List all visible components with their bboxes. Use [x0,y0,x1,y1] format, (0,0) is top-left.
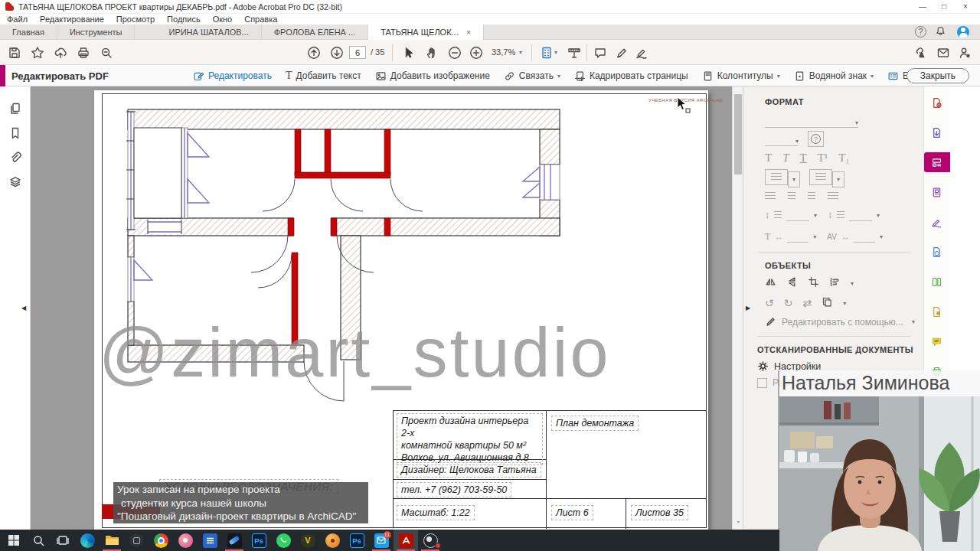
underline-icon[interactable]: T [800,152,807,165]
watermark-button[interactable]: Водяной знак▾ [794,70,874,82]
bullet-list-dropdown[interactable]: ▾ [765,169,800,187]
edge-icon[interactable] [75,530,100,551]
collapse-left-panel-icon[interactable]: ◀ [21,305,26,311]
photoshop-2-icon[interactable]: Ps [345,530,369,551]
previous-page-icon[interactable] [305,44,323,61]
kerning-dropdown[interactable] [854,230,875,243]
zoom-caret-icon[interactable]: ▾ [519,49,522,56]
combine-files-icon[interactable] [924,182,950,202]
line-spacing-dropdown[interactable] [786,209,809,221]
close-button[interactable]: × [956,1,975,12]
notifications-bell-icon[interactable] [935,25,946,38]
sheets-total[interactable]: Листов 35 [631,505,688,520]
tab-doc-frolova[interactable]: ФРОЛОВА ЕЛЕНА ... [262,24,368,40]
minimize-button[interactable]: — [913,1,933,12]
font-color-picker[interactable]: ? [808,131,824,147]
mail-app-icon[interactable]: 11 [369,530,394,551]
scroll-down-icon[interactable]: ⌄ [736,517,741,524]
comment-tool-icon[interactable] [591,44,609,61]
attachments-icon[interactable] [6,149,24,166]
edit-with-row[interactable]: Редактировать с помощью... ▾ [765,316,915,328]
share-link-icon[interactable] [910,44,928,61]
whatsapp-icon[interactable] [271,530,296,551]
menu-edit[interactable]: Редактирование [40,15,104,24]
compress-pdf-icon[interactable] [924,302,950,321]
project-line-2[interactable]: комнатной квартиры 50 м² [401,439,538,452]
convert-pdf-icon[interactable] [924,242,950,262]
page-number-input[interactable]: 6 [349,46,366,59]
next-page-icon[interactable] [328,44,346,61]
obs-icon[interactable] [418,530,443,551]
help-icon[interactable]: ? [915,26,926,37]
bold-icon[interactable]: T [765,152,772,165]
email-icon[interactable] [934,44,952,61]
page-thumbnails-icon[interactable] [6,100,24,117]
designer-name[interactable]: Дизайнер: Щелокова Татьяна [397,462,541,478]
align-center-icon[interactable] [788,192,795,201]
font-family-dropdown[interactable]: ▾ [765,116,858,128]
app-orange-icon[interactable] [320,530,345,551]
sign-tool-icon[interactable] [632,44,651,61]
app-pink-icon[interactable] [173,530,198,551]
designer-phone[interactable]: тел. +7 (962) 703-59-50 [397,482,511,497]
italic-icon[interactable]: T [782,152,789,165]
close-edit-button[interactable]: Закрыть [906,68,969,83]
save-icon[interactable] [5,44,24,61]
tab-doc-irina[interactable]: ИРИНА ШАТАЛОВ... [156,24,261,40]
share-cloud-icon[interactable] [51,44,70,61]
maximize-button[interactable]: □ [934,1,954,12]
app-blue-tiles-icon[interactable] [198,530,222,551]
comment-panel-icon[interactable] [924,331,950,351]
flip-vertical-icon[interactable] [786,276,798,291]
align-left-icon[interactable] [765,192,776,201]
bookmarks-icon[interactable] [6,125,24,142]
flip-horizontal-icon[interactable] [765,276,776,291]
paragraph-spacing-dropdown[interactable] [849,209,872,221]
link-button[interactable]: Связать▾ [504,70,560,82]
vertical-scrollbar[interactable]: ⌄ [732,86,743,530]
edit-tool-button[interactable]: Редактировать [193,70,272,82]
rotate-ccw-icon[interactable]: ↺ [765,297,774,309]
plan-name[interactable]: План демонтажа [551,416,639,431]
char-width-dropdown[interactable] [787,230,808,243]
align-justify-icon[interactable] [828,192,838,201]
menu-sign[interactable]: Подпись [167,15,201,24]
start-button[interactable] [2,530,26,551]
ruler-tool-icon[interactable] [565,44,583,61]
subscript-icon[interactable]: T₁ [838,152,849,165]
zoom-in-icon[interactable] [467,44,485,61]
align-objects-icon[interactable] [829,276,841,291]
search-icon[interactable] [97,44,116,61]
document-area[interactable]: @zimart_studio УЧЕБНАЯ ВЕРСИЯ ARCHICAD П… [31,86,763,530]
header-footer-button[interactable]: Колонтитулы▾ [702,70,780,82]
fill-sign-icon[interactable] [924,212,950,232]
numbered-list-dropdown[interactable]: ▾ [809,169,844,187]
export-pdf-icon[interactable] [924,122,950,142]
archicad-icon[interactable] [124,530,149,551]
sheet-number[interactable]: Лист 6 [551,505,593,520]
menu-view[interactable]: Просмотр [116,15,155,24]
select-tool-icon[interactable] [400,44,418,61]
user-avatar[interactable] [957,26,969,38]
create-pdf-icon[interactable] [924,93,950,112]
taskbar-search-icon[interactable] [26,530,51,551]
pen-tool-icon[interactable] [612,44,631,61]
scale-value[interactable]: Масштаб: 1:22 [397,505,475,520]
layers-icon[interactable] [6,174,24,191]
tab-home[interactable]: Главная [0,24,57,40]
align-right-icon[interactable] [808,192,815,201]
send-person-icon[interactable] [956,44,974,61]
chrome-icon[interactable] [149,530,173,551]
crop-pages-button[interactable]: Кадрировать страницы [574,70,688,82]
zoom-level-value[interactable]: 33,7% [492,47,515,57]
hand-tool-icon[interactable] [423,44,441,61]
page-display-icon[interactable] [537,44,556,61]
antivirus-shield-icon[interactable]: V [296,530,320,551]
screen-capture-icon[interactable] [222,530,247,551]
recognize-checkbox[interactable] [757,378,767,388]
page-display-caret-icon[interactable]: ▾ [554,49,557,56]
edit-pdf-tool-active[interactable] [924,152,950,172]
tab-close-icon[interactable]: × [466,28,471,37]
add-text-button[interactable]: TДобавить текст [286,70,361,82]
tab-tools[interactable]: Инструменты [57,24,136,40]
